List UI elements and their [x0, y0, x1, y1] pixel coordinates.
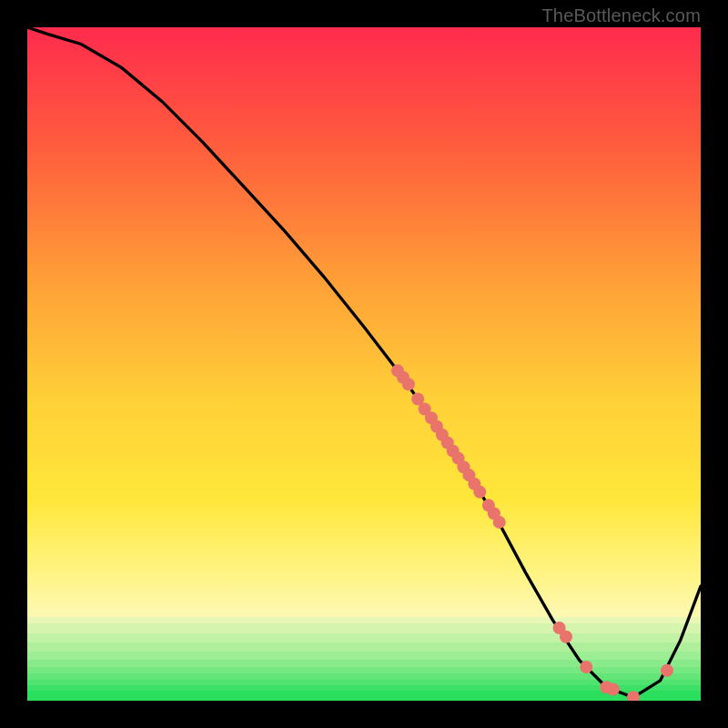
data-points: [391, 364, 673, 701]
plot-area: [27, 27, 701, 701]
data-point: [607, 682, 620, 695]
attribution-text: TheBottleneck.com: [541, 5, 701, 26]
data-point: [402, 378, 415, 390]
bottleneck-curve: [27, 27, 701, 697]
chart-frame: TheBottleneck.com: [0, 0, 728, 728]
data-point: [493, 516, 506, 529]
curve-svg: [27, 27, 701, 701]
data-point: [580, 661, 592, 673]
data-point: [661, 664, 673, 677]
data-point: [560, 631, 572, 643]
data-point: [627, 691, 640, 701]
data-point: [473, 486, 486, 499]
